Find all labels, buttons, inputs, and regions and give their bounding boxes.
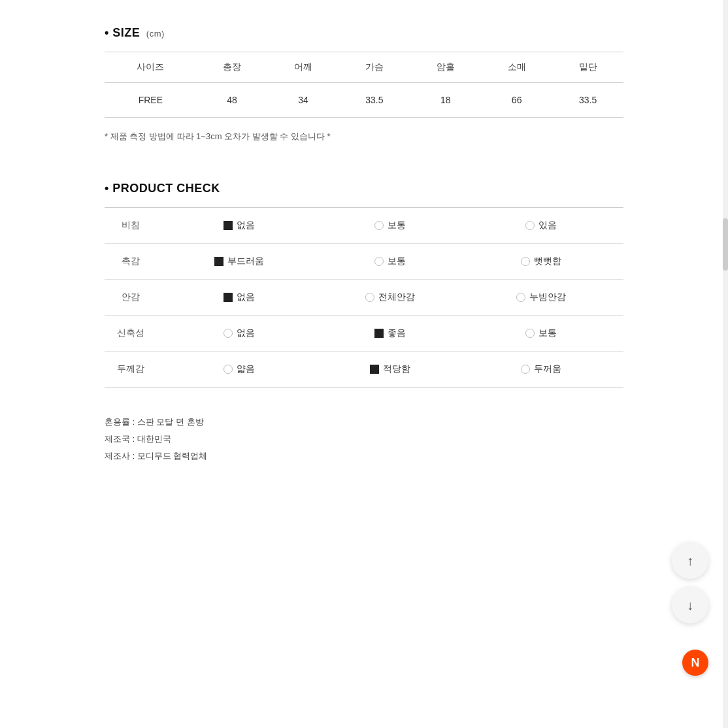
check-row-label: 두께감 xyxy=(105,352,157,388)
float-buttons: ↑ ↓ xyxy=(672,542,708,623)
check-empty-icon xyxy=(525,329,535,338)
check-option-label: 보통 xyxy=(388,256,406,267)
size-note: * 제품 측정 방법에 따라 1~3cm 오차가 발생할 수 있습니다 * xyxy=(105,131,623,142)
check-option-item: 얇음 xyxy=(163,363,314,375)
size-table-row: FREE483433.5186633.5 xyxy=(105,83,623,118)
check-option-item: 두꺼움 xyxy=(466,363,617,375)
material-line: 혼용률 : 스판 모달 면 혼방 xyxy=(105,414,623,431)
size-table-cell: FREE xyxy=(105,83,197,118)
size-table-cell: 18 xyxy=(410,83,481,118)
col-hem: 밑단 xyxy=(552,52,623,83)
check-option-item: 부드러움 xyxy=(163,256,314,267)
material-info: 혼용률 : 스판 모달 면 혼방제조국 : 대한민국제조사 : 모디무드 협력업… xyxy=(105,414,623,465)
check-option-item: 없음 xyxy=(163,220,314,231)
check-option-label: 없음 xyxy=(237,220,255,231)
check-option-label: 누빔안감 xyxy=(529,291,566,303)
check-row-label: 안감 xyxy=(105,280,157,316)
check-row-label: 비침 xyxy=(105,208,157,244)
size-table-cell: 33.5 xyxy=(552,83,623,118)
check-empty-icon xyxy=(521,365,530,374)
check-filled-icon xyxy=(370,365,379,374)
size-unit: (cm) xyxy=(146,29,165,39)
product-check-section: • PRODUCT CHECK 비침없음보통있음촉감부드러움보통뻣뻣함안감없음전… xyxy=(105,182,623,388)
scrollbar-thumb[interactable] xyxy=(723,218,728,271)
check-option-label: 전체안감 xyxy=(378,291,415,303)
size-table-cell: 34 xyxy=(268,83,339,118)
check-option-label: 얇음 xyxy=(237,363,255,375)
check-row-label: 신축성 xyxy=(105,316,157,352)
size-title-text: • SIZE xyxy=(105,26,140,39)
check-option-label: 부드러움 xyxy=(227,256,264,267)
check-empty-icon xyxy=(223,329,233,338)
scrollbar-track xyxy=(723,0,728,728)
check-option-label: 뻣뻣함 xyxy=(534,256,561,267)
check-table: 비침없음보통있음촉감부드러움보통뻣뻣함안감없음전체안감누빔안감신축성없음좋음보통… xyxy=(105,207,623,388)
check-empty-icon xyxy=(374,221,384,230)
check-row-options: 없음전체안감누빔안감 xyxy=(157,280,623,316)
check-option-label: 보통 xyxy=(388,220,406,231)
check-option-label: 적당함 xyxy=(383,363,410,375)
check-option-item: 좋음 xyxy=(314,327,465,339)
check-row-label: 촉감 xyxy=(105,244,157,280)
col-shoulder: 어깨 xyxy=(268,52,339,83)
scroll-down-button[interactable]: ↓ xyxy=(672,587,708,623)
check-option-label: 두꺼움 xyxy=(534,363,561,375)
col-total: 총장 xyxy=(197,52,268,83)
check-filled-icon xyxy=(223,221,233,230)
check-empty-icon xyxy=(516,293,525,302)
check-option-label: 보통 xyxy=(538,327,557,339)
check-option-item: 보통 xyxy=(314,220,465,231)
size-table-cell: 66 xyxy=(481,83,552,118)
check-empty-icon xyxy=(223,365,233,374)
check-option-item: 적당함 xyxy=(314,363,465,375)
check-option-item: 없음 xyxy=(163,291,314,303)
check-option-item: 없음 xyxy=(163,327,314,339)
check-filled-icon xyxy=(374,329,384,338)
size-section-title: • SIZE (cm) xyxy=(105,26,623,40)
check-option-item: 보통 xyxy=(466,327,617,339)
col-size: 사이즈 xyxy=(105,52,197,83)
check-empty-icon xyxy=(365,293,374,302)
n-badge[interactable]: N xyxy=(682,650,708,676)
material-line: 제조국 : 대한민국 xyxy=(105,431,623,448)
size-table: 사이즈 총장 어깨 가슴 암홀 소매 밑단 FREE483433.5186633… xyxy=(105,52,623,118)
size-table-cell: 33.5 xyxy=(339,83,410,118)
check-row-options: 없음좋음보통 xyxy=(157,316,623,352)
check-option-label: 좋음 xyxy=(388,327,406,339)
check-table-row: 비침없음보통있음 xyxy=(105,208,623,244)
check-table-row: 촉감부드러움보통뻣뻣함 xyxy=(105,244,623,280)
size-table-header-row: 사이즈 총장 어깨 가슴 암홀 소매 밑단 xyxy=(105,52,623,83)
check-table-row: 신축성없음좋음보통 xyxy=(105,316,623,352)
check-empty-icon xyxy=(521,257,530,266)
check-option-item: 누빔안감 xyxy=(466,291,617,303)
check-row-options: 없음보통있음 xyxy=(157,208,623,244)
size-table-cell: 48 xyxy=(197,83,268,118)
check-option-label: 없음 xyxy=(237,327,255,339)
col-sleeve: 소매 xyxy=(481,52,552,83)
product-check-title: • PRODUCT CHECK xyxy=(105,182,623,195)
material-line: 제조사 : 모디무드 협력업체 xyxy=(105,448,623,465)
check-option-item: 뻣뻣함 xyxy=(466,256,617,267)
col-armhole: 암홀 xyxy=(410,52,481,83)
check-filled-icon xyxy=(223,293,233,302)
main-content: • SIZE (cm) 사이즈 총장 어깨 가슴 암홀 소매 밑단 FREE48… xyxy=(0,0,728,504)
check-empty-icon xyxy=(374,257,384,266)
check-row-options: 부드러움보통뻣뻣함 xyxy=(157,244,623,280)
scroll-up-button[interactable]: ↑ xyxy=(672,542,708,579)
check-empty-icon xyxy=(525,221,535,230)
check-option-label: 있음 xyxy=(538,220,557,231)
check-table-row: 두께감얇음적당함두꺼움 xyxy=(105,352,623,388)
check-table-row: 안감없음전체안감누빔안감 xyxy=(105,280,623,316)
col-chest: 가슴 xyxy=(339,52,410,83)
check-filled-icon xyxy=(214,257,223,266)
check-option-item: 있음 xyxy=(466,220,617,231)
check-option-label: 없음 xyxy=(237,291,255,303)
size-section: • SIZE (cm) 사이즈 총장 어깨 가슴 암홀 소매 밑단 FREE48… xyxy=(105,26,623,142)
check-option-item: 전체안감 xyxy=(314,291,465,303)
check-option-item: 보통 xyxy=(314,256,465,267)
check-row-options: 얇음적당함두꺼움 xyxy=(157,352,623,388)
